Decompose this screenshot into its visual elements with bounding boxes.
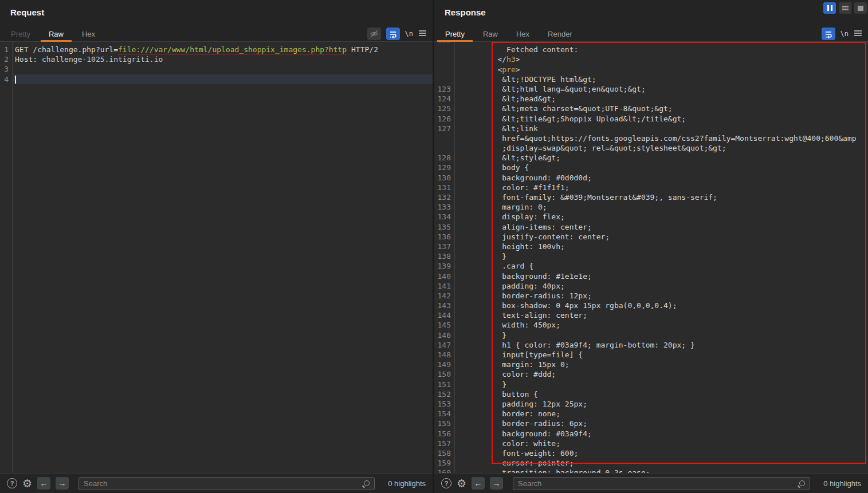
code-line: 143 box-shadow: 0 4px 15px rgba(0,0,0,0.… — [434, 301, 868, 310]
code-text: body { — [454, 163, 868, 172]
line-number: 4 — [0, 74, 12, 84]
line-number: 127 — [434, 124, 454, 133]
code-line: </h3> — [434, 54, 868, 64]
line-number: 125 — [434, 104, 454, 113]
code-text: display: flex; — [454, 212, 868, 222]
columns-layout-button[interactable] — [823, 2, 836, 14]
search-input[interactable] — [513, 477, 810, 490]
code-line: 142 border-radius: 12px; — [434, 291, 868, 301]
word-wrap-toggle[interactable] — [386, 27, 400, 40]
response-editor[interactable]: 122 Fetched content: </h3> <pre> &lt;!DO… — [434, 42, 868, 473]
line-number: 146 — [434, 330, 454, 340]
search-input[interactable] — [78, 477, 375, 490]
hamburger-menu-icon — [854, 30, 862, 37]
request-search-bar: ? ⚙ ← → 0 highlights — [0, 473, 433, 493]
show-newlines-toggle[interactable]: \n — [840, 30, 849, 38]
code-line: 124 &lt;head&gt; — [434, 94, 868, 104]
code-text: justify-content: center; — [454, 232, 868, 242]
highlights-count: 0 highlights — [823, 479, 861, 488]
line-number: 133 — [434, 202, 454, 212]
search-next-button[interactable]: → — [56, 477, 69, 490]
code-line: 155 border-radius: 6px; — [434, 419, 868, 428]
code-line: 141 padding: 40px; — [434, 281, 868, 291]
line-number: 147 — [434, 340, 454, 350]
code-text: margin: 15px 0; — [454, 360, 868, 369]
code-line: 147 h1 { color: #03a9f4; margin-bottom: … — [434, 340, 868, 350]
code-line: 152 button { — [434, 389, 868, 399]
line-number: 160 — [434, 468, 454, 473]
code-text: ;display=swap&quot; rel=&quot;stylesheet… — [454, 143, 868, 153]
code-text: background: #0d0d0d; — [454, 173, 868, 183]
code-line: 148 input[type=file] { — [434, 350, 868, 360]
code-text: font-family: &#039;Montserrat&#039;, san… — [454, 192, 868, 202]
help-icon[interactable]: ? — [7, 478, 17, 488]
tab-pretty[interactable]: Pretty — [437, 26, 473, 41]
code-text: text-align: center; — [454, 310, 868, 320]
code-text: background: #1e1e1e; — [454, 271, 868, 281]
code-text: border-radius: 6px; — [454, 419, 868, 428]
code-text: transition: background 0.3s ease; — [454, 468, 868, 473]
search-previous-button[interactable]: ← — [472, 477, 485, 490]
code-text: box-shadow: 0 4px 15px rgba(0,0,0,0.4); — [454, 301, 868, 310]
code-text — [12, 74, 433, 84]
code-line: 126 &lt;title&gt;Shoppix Upload&lt;/titl… — [434, 114, 868, 124]
line-number: 1 — [0, 45, 12, 54]
gear-icon[interactable]: ⚙ — [22, 478, 32, 489]
tab-hex[interactable]: Hex — [508, 26, 537, 41]
response-editor-tools: \n — [822, 26, 868, 41]
line-number: 2 — [0, 54, 12, 64]
line-number: 138 — [434, 251, 454, 261]
editor-menu-button[interactable] — [854, 29, 862, 39]
gear-icon[interactable]: ⚙ — [457, 478, 466, 489]
editor-menu-button[interactable] — [418, 29, 427, 39]
code-text: h1 { color: #03a9f4; margin-bottom: 20px… — [454, 340, 868, 350]
line-number: 153 — [434, 399, 454, 409]
code-line: ;display=swap&quot; rel=&quot;stylesheet… — [434, 143, 868, 153]
code-text: } — [454, 330, 868, 340]
panel-layout-controls — [823, 2, 867, 14]
code-line: 156 background: #03a9f4; — [434, 429, 868, 439]
code-text: input[type=file] { — [454, 350, 868, 360]
code-line: 123 &lt;html lang=&quot;en&quot;&gt; — [434, 84, 868, 94]
code-text: cursor: pointer; — [454, 458, 868, 468]
code-text: GET /challenge.php?url=file:///var/www/h… — [12, 45, 433, 54]
code-text: align-items: center; — [454, 222, 868, 232]
request-editor[interactable]: 1GET /challenge.php?url=file:///var/www/… — [0, 42, 433, 473]
tab-raw[interactable]: Raw — [475, 26, 506, 41]
rows-layout-button[interactable] — [839, 2, 851, 14]
code-text: padding: 12px 25px; — [454, 399, 868, 409]
search-next-button[interactable]: → — [490, 477, 503, 490]
tab-raw[interactable]: Raw — [41, 26, 72, 41]
line-number: 136 — [434, 232, 454, 242]
line-number: 141 — [434, 281, 454, 291]
code-text: &lt;title&gt;Shoppix Upload&lt;/title&gt… — [454, 114, 868, 124]
code-line: 140 background: #1e1e1e; — [434, 271, 868, 281]
search-previous-button[interactable]: ← — [37, 477, 50, 490]
tab-hex[interactable]: Hex — [74, 26, 103, 41]
code-text: color: white; — [454, 439, 868, 448]
code-line: 145 width: 450px; — [434, 320, 868, 330]
tab-render[interactable]: Render — [540, 26, 580, 41]
visibility-off-button[interactable] — [367, 27, 381, 40]
code-line: 131 color: #f1f1f1; — [434, 183, 868, 192]
code-text: } — [454, 380, 868, 389]
show-newlines-toggle[interactable]: \n — [405, 30, 413, 38]
code-line: 157 color: white; — [434, 439, 868, 448]
line-number: 140 — [434, 271, 454, 281]
line-number: 159 — [434, 458, 454, 468]
code-line: <pre> — [434, 65, 868, 74]
line-number: 3 — [0, 64, 12, 74]
code-line: 151 } — [434, 380, 868, 389]
line-number: 128 — [434, 153, 454, 163]
code-line: 144 text-align: center; — [434, 310, 868, 320]
single-panel-layout-button[interactable] — [854, 2, 867, 14]
code-line: 159 cursor: pointer; — [434, 458, 868, 468]
code-text: .card { — [454, 261, 868, 271]
help-icon[interactable]: ? — [441, 478, 451, 488]
request-editor-tools: \n — [367, 26, 433, 41]
tab-pretty[interactable]: Pretty — [3, 26, 38, 41]
word-wrap-toggle[interactable] — [822, 27, 835, 40]
code-text: border: none; — [454, 409, 868, 419]
line-number: 142 — [434, 291, 454, 301]
code-text: margin: 0; — [454, 202, 868, 212]
